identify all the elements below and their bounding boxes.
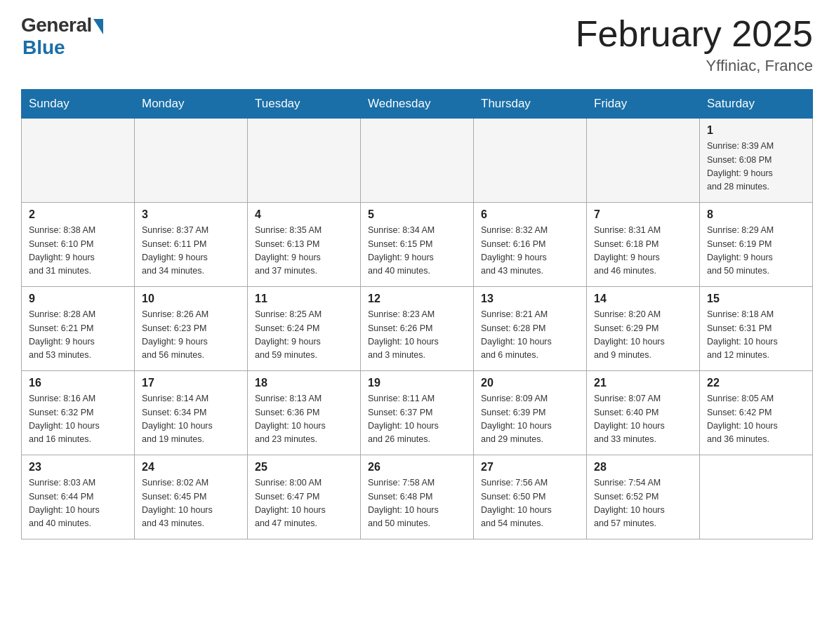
day-info: Sunrise: 8:26 AM Sunset: 6:23 PM Dayligh…: [142, 308, 240, 363]
day-number: 18: [255, 377, 353, 389]
day-number: 10: [142, 293, 240, 305]
calendar-cell: 20Sunrise: 8:09 AM Sunset: 6:39 PM Dayli…: [474, 371, 587, 455]
day-info: Sunrise: 8:29 AM Sunset: 6:19 PM Dayligh…: [707, 224, 805, 279]
day-info: Sunrise: 7:54 AM Sunset: 6:52 PM Dayligh…: [594, 476, 692, 531]
day-number: 25: [255, 461, 353, 474]
day-number: 26: [368, 461, 466, 474]
day-number: 8: [707, 208, 805, 221]
calendar-week-row: 1Sunrise: 8:39 AM Sunset: 6:08 PM Daylig…: [22, 119, 813, 203]
day-info: Sunrise: 8:18 AM Sunset: 6:31 PM Dayligh…: [707, 308, 805, 363]
calendar-cell: 21Sunrise: 8:07 AM Sunset: 6:40 PM Dayli…: [587, 371, 700, 455]
day-number: 19: [368, 377, 466, 389]
location-title: Yffiniac, France: [576, 57, 813, 75]
day-info: Sunrise: 8:02 AM Sunset: 6:45 PM Dayligh…: [142, 476, 240, 531]
calendar-day-header: Friday: [587, 90, 700, 119]
calendar-cell: 19Sunrise: 8:11 AM Sunset: 6:37 PM Dayli…: [361, 371, 474, 455]
calendar-cell: 1Sunrise: 8:39 AM Sunset: 6:08 PM Daylig…: [700, 119, 813, 203]
calendar-week-row: 16Sunrise: 8:16 AM Sunset: 6:32 PM Dayli…: [22, 371, 813, 455]
calendar-cell: 7Sunrise: 8:31 AM Sunset: 6:18 PM Daylig…: [587, 203, 700, 287]
calendar-cell: [22, 119, 135, 203]
day-info: Sunrise: 7:58 AM Sunset: 6:48 PM Dayligh…: [368, 476, 466, 531]
day-info: Sunrise: 8:32 AM Sunset: 6:16 PM Dayligh…: [481, 224, 579, 279]
day-number: 12: [368, 293, 466, 305]
calendar-cell: [700, 455, 813, 539]
calendar-day-header: Sunday: [22, 90, 135, 119]
calendar-cell: 15Sunrise: 8:18 AM Sunset: 6:31 PM Dayli…: [700, 287, 813, 371]
day-info: Sunrise: 8:05 AM Sunset: 6:42 PM Dayligh…: [707, 392, 805, 447]
calendar-cell: 12Sunrise: 8:23 AM Sunset: 6:26 PM Dayli…: [361, 287, 474, 371]
day-info: Sunrise: 7:56 AM Sunset: 6:50 PM Dayligh…: [481, 476, 579, 531]
day-number: 20: [481, 377, 579, 389]
calendar-cell: 2Sunrise: 8:38 AM Sunset: 6:10 PM Daylig…: [22, 203, 135, 287]
day-number: 16: [29, 377, 127, 389]
day-info: Sunrise: 8:14 AM Sunset: 6:34 PM Dayligh…: [142, 392, 240, 447]
day-number: 24: [142, 461, 240, 474]
day-info: Sunrise: 8:07 AM Sunset: 6:40 PM Dayligh…: [594, 392, 692, 447]
calendar-cell: 22Sunrise: 8:05 AM Sunset: 6:42 PM Dayli…: [700, 371, 813, 455]
logo-triangle-icon: [93, 19, 103, 34]
day-number: 6: [481, 208, 579, 221]
logo-blue-text: Blue: [22, 36, 65, 59]
calendar-day-header: Monday: [135, 90, 248, 119]
day-info: Sunrise: 8:09 AM Sunset: 6:39 PM Dayligh…: [481, 392, 579, 447]
day-number: 13: [481, 293, 579, 305]
day-number: 15: [707, 293, 805, 305]
logo: General Blue: [21, 14, 103, 59]
day-number: 3: [142, 208, 240, 221]
day-info: Sunrise: 8:35 AM Sunset: 6:13 PM Dayligh…: [255, 224, 353, 279]
day-info: Sunrise: 8:13 AM Sunset: 6:36 PM Dayligh…: [255, 392, 353, 447]
calendar-cell: 13Sunrise: 8:21 AM Sunset: 6:28 PM Dayli…: [474, 287, 587, 371]
calendar-week-row: 9Sunrise: 8:28 AM Sunset: 6:21 PM Daylig…: [22, 287, 813, 371]
calendar-header-row: SundayMondayTuesdayWednesdayThursdayFrid…: [22, 90, 813, 119]
day-info: Sunrise: 8:39 AM Sunset: 6:08 PM Dayligh…: [707, 140, 805, 194]
calendar-day-header: Saturday: [700, 90, 813, 119]
calendar-cell: [248, 119, 361, 203]
calendar-cell: 23Sunrise: 8:03 AM Sunset: 6:44 PM Dayli…: [22, 455, 135, 539]
day-number: 9: [29, 293, 127, 305]
calendar-cell: [135, 119, 248, 203]
page-header: General Blue February 2025 Yffiniac, Fra…: [21, 14, 813, 75]
day-info: Sunrise: 8:37 AM Sunset: 6:11 PM Dayligh…: [142, 224, 240, 279]
day-number: 28: [594, 461, 692, 474]
calendar-cell: 27Sunrise: 7:56 AM Sunset: 6:50 PM Dayli…: [474, 455, 587, 539]
day-number: 11: [255, 293, 353, 305]
calendar-cell: 9Sunrise: 8:28 AM Sunset: 6:21 PM Daylig…: [22, 287, 135, 371]
calendar-day-header: Thursday: [474, 90, 587, 119]
calendar-cell: 6Sunrise: 8:32 AM Sunset: 6:16 PM Daylig…: [474, 203, 587, 287]
calendar-cell: 24Sunrise: 8:02 AM Sunset: 6:45 PM Dayli…: [135, 455, 248, 539]
day-number: 21: [594, 377, 692, 389]
calendar-cell: [361, 119, 474, 203]
month-title: February 2025: [576, 14, 813, 54]
calendar-cell: 17Sunrise: 8:14 AM Sunset: 6:34 PM Dayli…: [135, 371, 248, 455]
calendar-day-header: Tuesday: [248, 90, 361, 119]
day-number: 5: [368, 208, 466, 221]
calendar-cell: 5Sunrise: 8:34 AM Sunset: 6:15 PM Daylig…: [361, 203, 474, 287]
logo-general-text: General: [21, 14, 92, 36]
day-info: Sunrise: 8:00 AM Sunset: 6:47 PM Dayligh…: [255, 476, 353, 531]
calendar-cell: 16Sunrise: 8:16 AM Sunset: 6:32 PM Dayli…: [22, 371, 135, 455]
calendar-week-row: 2Sunrise: 8:38 AM Sunset: 6:10 PM Daylig…: [22, 203, 813, 287]
calendar-cell: 14Sunrise: 8:20 AM Sunset: 6:29 PM Dayli…: [587, 287, 700, 371]
day-number: 4: [255, 208, 353, 221]
day-number: 17: [142, 377, 240, 389]
day-info: Sunrise: 8:20 AM Sunset: 6:29 PM Dayligh…: [594, 308, 692, 363]
calendar-cell: 25Sunrise: 8:00 AM Sunset: 6:47 PM Dayli…: [248, 455, 361, 539]
calendar-cell: 28Sunrise: 7:54 AM Sunset: 6:52 PM Dayli…: [587, 455, 700, 539]
calendar-cell: 11Sunrise: 8:25 AM Sunset: 6:24 PM Dayli…: [248, 287, 361, 371]
day-number: 2: [29, 208, 127, 221]
day-info: Sunrise: 8:38 AM Sunset: 6:10 PM Dayligh…: [29, 224, 127, 279]
calendar-week-row: 23Sunrise: 8:03 AM Sunset: 6:44 PM Dayli…: [22, 455, 813, 539]
day-info: Sunrise: 8:11 AM Sunset: 6:37 PM Dayligh…: [368, 392, 466, 447]
calendar-table: SundayMondayTuesdayWednesdayThursdayFrid…: [21, 89, 813, 539]
calendar-cell: 26Sunrise: 7:58 AM Sunset: 6:48 PM Dayli…: [361, 455, 474, 539]
day-info: Sunrise: 8:34 AM Sunset: 6:15 PM Dayligh…: [368, 224, 466, 279]
day-info: Sunrise: 8:31 AM Sunset: 6:18 PM Dayligh…: [594, 224, 692, 279]
day-number: 7: [594, 208, 692, 221]
calendar-cell: 10Sunrise: 8:26 AM Sunset: 6:23 PM Dayli…: [135, 287, 248, 371]
title-block: February 2025 Yffiniac, France: [576, 14, 813, 75]
day-number: 14: [594, 293, 692, 305]
day-info: Sunrise: 8:25 AM Sunset: 6:24 PM Dayligh…: [255, 308, 353, 363]
calendar-day-header: Wednesday: [361, 90, 474, 119]
calendar-cell: [474, 119, 587, 203]
day-info: Sunrise: 8:23 AM Sunset: 6:26 PM Dayligh…: [368, 308, 466, 363]
